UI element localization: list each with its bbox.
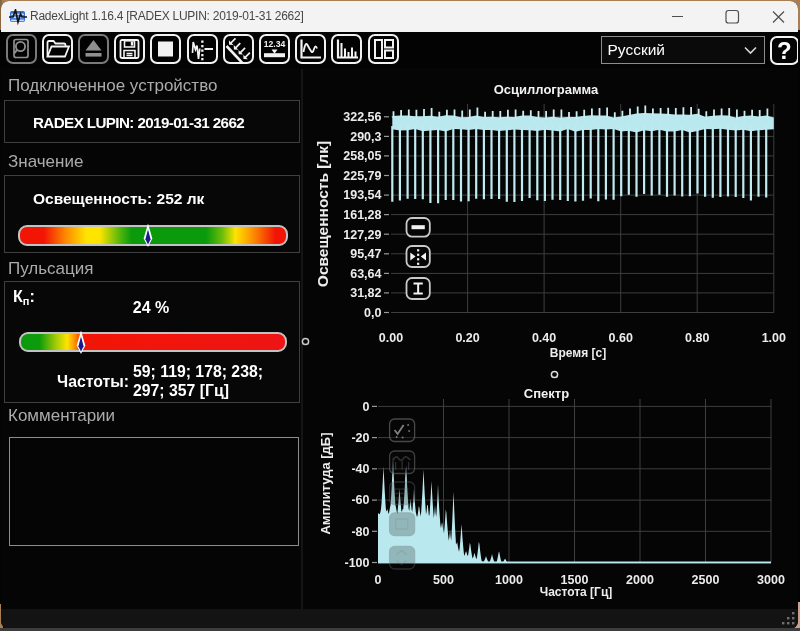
svg-text:0.80: 0.80: [685, 331, 709, 345]
svg-text:-60: -60: [351, 493, 369, 507]
svg-text:1000: 1000: [495, 573, 523, 587]
svg-text:-80: -80: [351, 525, 369, 539]
svg-text:2500: 2500: [692, 573, 720, 587]
svg-text:258,05: 258,05: [343, 149, 381, 163]
svg-text:Амплитуда [дБ]: Амплитуда [дБ]: [318, 432, 333, 534]
svg-text:500: 500: [433, 573, 454, 587]
svg-text:1.00: 1.00: [762, 331, 786, 345]
svg-text:12.34: 12.34: [264, 39, 286, 49]
svg-text:31,82: 31,82: [350, 286, 381, 300]
svg-text:127,29: 127,29: [343, 228, 381, 242]
svg-text:0.60: 0.60: [609, 331, 633, 345]
svg-text:-100: -100: [344, 556, 369, 570]
svg-text:0.40: 0.40: [532, 331, 556, 345]
svg-text:3000: 3000: [757, 573, 785, 587]
svg-text:-40: -40: [351, 462, 369, 476]
svg-text:0: 0: [375, 573, 382, 587]
svg-text:0.20: 0.20: [455, 331, 479, 345]
svg-text:161,28: 161,28: [343, 208, 381, 222]
svg-text:290,3: 290,3: [350, 130, 381, 144]
svg-text:193,54: 193,54: [343, 188, 381, 202]
svg-text:225,79: 225,79: [343, 169, 381, 183]
svg-text:Освещенность [лк]: Освещенность [лк]: [314, 141, 331, 287]
svg-text:-20: -20: [351, 431, 369, 445]
svg-text:95,47: 95,47: [350, 247, 381, 261]
svg-text:Спектр: Спектр: [524, 386, 569, 401]
svg-text:2000: 2000: [626, 573, 654, 587]
svg-text:63,64: 63,64: [350, 267, 381, 281]
svg-text:0.00: 0.00: [379, 331, 403, 345]
svg-text:0,0: 0,0: [364, 306, 381, 320]
svg-text:Осциллограмма: Осциллограмма: [494, 82, 599, 97]
svg-text:Частота [Гц]: Частота [Гц]: [540, 585, 613, 599]
svg-text:0: 0: [363, 400, 370, 414]
svg-text:322,56: 322,56: [343, 110, 381, 124]
svg-text:Время [с]: Время [с]: [550, 346, 606, 360]
